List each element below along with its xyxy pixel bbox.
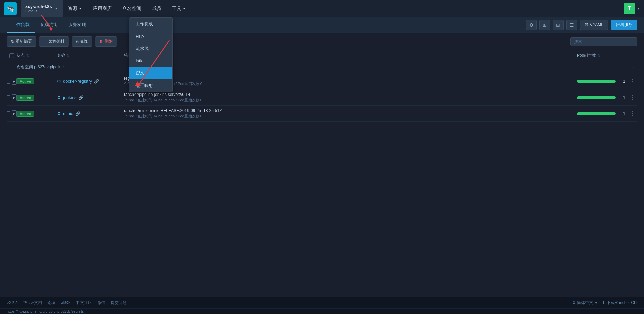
footer-right: ⚙ 简体中文 ▼ ⬇ 下载Rancher CLI [572,300,637,306]
row-checkbox-2[interactable] [7,95,10,100]
nav-item-members[interactable]: 成员 [147,0,167,17]
row-dots-2[interactable]: ⋮ [628,93,637,101]
image-meta-3: 个Pod / 创建时间 14 hours ago / Pod重启次数 0 [124,114,577,119]
grid-view-btn[interactable]: ⊞ [539,20,550,30]
row-checkbox-1[interactable] [7,79,10,84]
row-expand-1[interactable]: ▶ [12,78,17,85]
pod-bar-1 [577,80,616,83]
sub-nav-actions: ⚙ ⊞ ⊟ ☰ 导入YAML 部署服务 [526,20,637,30]
namespace-dots-menu[interactable]: ⋮ [629,64,637,70]
nav-item-tools[interactable]: 工具 ▼ [167,0,192,17]
dropdown-item-pipeline[interactable]: 流水线 [129,42,172,55]
footer-download-cli[interactable]: ⬇ 下载Rancher CLI [602,300,637,306]
row-expand-3[interactable]: ▶ [12,110,17,117]
pod-bar-container-1 [577,80,616,83]
cluster-selector[interactable]: zcy-arch-k8s Default ▼ [21,0,63,17]
delete-button[interactable]: 🗑 删除 [95,36,117,47]
pod-bar-3 [577,112,616,115]
redeploy-label: 重新部署 [16,39,32,44]
user-avatar[interactable]: T [624,3,635,14]
dropdown-item-workload[interactable]: 工作负载 [129,18,172,30]
nav-right: T ▼ [624,3,644,14]
resources-dropdown-menu: 工作负载 HPA 流水线 Istio 密文 配置映射 [129,17,173,92]
deploy-service-button[interactable]: 部署服务 [611,20,637,30]
row-name-3: minio [63,111,73,116]
row-dots-3[interactable]: ⋮ [628,110,637,117]
header-pods[interactable]: Pod副本数 ⇅ [577,53,637,58]
import-yaml-button[interactable]: 导入YAML [580,20,608,30]
header-status[interactable]: 状态 ⇅ [17,53,57,58]
table-row: ▶ Active ⚙ minio 🔗 rancher/minio-minio:R… [7,106,637,122]
tab-workload[interactable]: 工作负载 [7,17,35,33]
select-all-cell[interactable] [7,53,17,58]
dropdown-item-hpa[interactable]: HPA [129,30,172,42]
nav-item-tools-label: 工具 [172,6,181,12]
logo-icon[interactable]: 🐄 [4,2,17,15]
header-name[interactable]: 名称 ⇅ [57,53,124,58]
pods-sort-icon: ⇅ [597,54,600,57]
nav-item-namespace[interactable]: 命名空间 [117,0,147,17]
external-link-icon-3[interactable]: 🔗 [75,111,80,116]
external-link-icon-1[interactable]: 🔗 [94,79,99,84]
status-cell-2: Active [17,95,57,101]
name-cell-3[interactable]: ⚙ minio 🔗 [57,111,124,116]
name-cell-1[interactable]: ⚙ docker-registry 🔗 [57,79,124,84]
image-main-2: rancher/pipeline-jenkins-server:v0.14 [124,92,577,97]
row-dots-1[interactable]: ⋮ [628,77,637,85]
top-navigation: 🐄 zcy-arch-k8s Default ▼ 资源 ▼ 应用商店 命名空间 … [0,0,644,17]
table-header: 状态 ⇅ 名称 ⇅ 镜像 ⇅ Pod副本数 ⇅ [7,50,637,61]
status-url: https://jiuxi.rancher.io/p/c-g6fcj:p-627… [7,309,84,313]
pod-count-2: 1 [619,95,625,100]
pod-bar-2 [577,96,616,99]
footer-language[interactable]: ⚙ 简体中文 ▼ [572,300,598,306]
footer-slack[interactable]: Slack [61,300,70,306]
footer-wechat[interactable]: 微信 [97,300,105,306]
footer-chinese-community[interactable]: 中文社区 [76,300,92,306]
clone-button[interactable]: ⎘ 克隆 [72,36,92,47]
namespace-group-row: 命名空间 p-627dv-pipeline ⋮ [7,61,637,73]
search-input[interactable] [570,37,637,46]
image-cell-3: rancher/minio-minio:RELEASE.2019-09-25T1… [124,108,577,119]
nav-item-appstore[interactable]: 应用商店 [88,0,117,17]
pause-icon: ⏸ [43,39,47,44]
delete-icon: 🗑 [99,39,103,44]
external-link-icon-2[interactable]: 🔗 [78,95,84,100]
cluster-dropdown-arrow: ▼ [55,7,58,10]
service-icon-3: ⚙ [57,111,61,116]
footer-issues[interactable]: 提交问题 [111,300,127,306]
row-name-1: docker-registry [63,79,92,84]
pods-cell-3: 1 ⋮ [577,110,637,117]
tab-loadbalancer[interactable]: 负载均衡 [35,17,63,33]
status-cell-3: Active [17,111,57,117]
cluster-name: zcy-arch-k8s [25,4,52,9]
footer-help[interactable]: 帮助&文档 [23,300,42,306]
filter-btn[interactable]: ⊟ [553,20,564,30]
footer-forum[interactable]: 论坛 [47,300,55,306]
row-checkbox-cell-3: ▶ [7,110,17,117]
pod-bar-container-3 [577,112,616,115]
tab-servicediscovery[interactable]: 服务发现 [63,17,91,33]
nav-item-resources[interactable]: 资源 ▼ [63,0,88,17]
dropdown-item-istio[interactable]: Istio [129,55,172,67]
settings-icon-btn[interactable]: ⚙ [526,20,537,30]
footer-version: v2.3.3 [7,301,18,305]
image-meta-2: 个Pod / 创建时间 14 hours ago / Pod重启次数 0 [124,98,577,103]
name-cell-2[interactable]: ⚙ jenkins 🔗 [57,95,124,100]
row-checkbox-3[interactable] [7,111,10,116]
dropdown-item-secrets[interactable]: 密文 [129,67,172,79]
header-image[interactable]: 镜像 ⇅ [124,53,577,58]
pod-bar-container-2 [577,96,616,99]
logo-area: 🐄 [0,0,21,17]
table-row: ▶ Active ⚙ docker-registry 🔗 registry:2 … [7,73,637,89]
row-expand-2[interactable]: ▶ [12,94,17,101]
dropdown-item-configmap[interactable]: 配置映射 [129,79,172,92]
pause-button[interactable]: ⏸ 暂停编排 [39,36,69,47]
redeploy-button[interactable]: ↻ 重新部署 [7,36,36,47]
nav-tools-arrow: ▼ [183,7,186,10]
list-view-btn[interactable]: ☰ [566,20,577,30]
select-all-checkbox[interactable] [9,53,14,58]
status-sort-icon: ⇅ [26,54,29,57]
tab-loadbalancer-label: 负载均衡 [40,22,58,28]
nav-items: 资源 ▼ 应用商店 命名空间 成员 工具 ▼ [63,0,192,17]
row-checkbox-cell-2: ▶ [7,94,17,101]
